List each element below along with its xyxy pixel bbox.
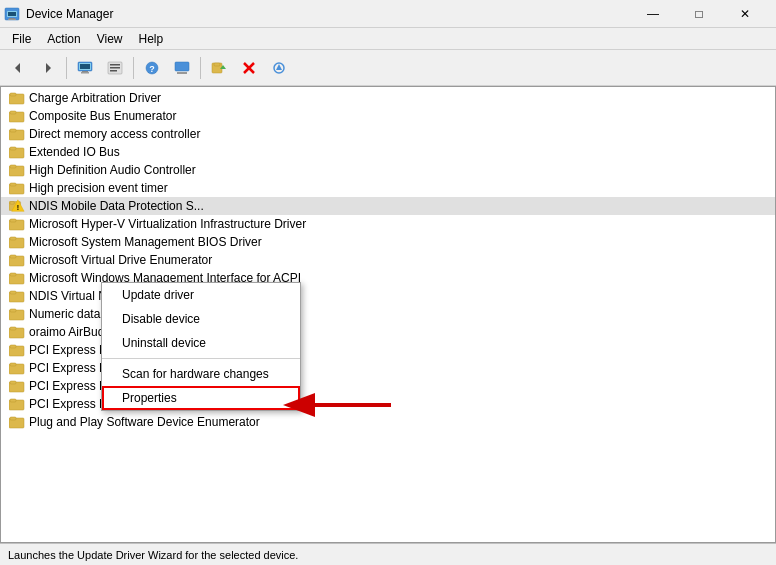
svg-rect-48 bbox=[10, 255, 16, 258]
red-arrow-indicator bbox=[281, 390, 401, 423]
context-menu-item-disable-device[interactable]: Disable device bbox=[102, 307, 300, 331]
svg-rect-40 bbox=[10, 202, 14, 205]
toolbar-update-driver[interactable] bbox=[205, 54, 233, 82]
device-folder-icon bbox=[9, 414, 25, 430]
context-menu-item-update-driver[interactable]: Update driver bbox=[102, 283, 300, 307]
device-folder-icon bbox=[9, 360, 25, 376]
svg-rect-4 bbox=[8, 19, 16, 20]
menu-view[interactable]: View bbox=[89, 30, 131, 48]
minimize-button[interactable]: — bbox=[630, 0, 676, 28]
svg-rect-66 bbox=[10, 417, 16, 420]
svg-rect-18 bbox=[175, 62, 189, 71]
device-item-composite-bus[interactable]: Composite Bus Enumerator bbox=[1, 107, 775, 125]
toolbar-scan-hardware[interactable] bbox=[265, 54, 293, 82]
device-label: Microsoft System Management BIOS Driver bbox=[29, 235, 262, 249]
device-folder-icon: ! bbox=[9, 198, 25, 214]
svg-text:!: ! bbox=[17, 204, 19, 212]
svg-marker-6 bbox=[46, 63, 51, 73]
device-folder-icon bbox=[9, 396, 25, 412]
svg-rect-14 bbox=[110, 67, 120, 69]
help-icon: ? bbox=[145, 61, 159, 75]
device-item-high-def-audio[interactable]: High Definition Audio Controller bbox=[1, 161, 775, 179]
maximize-button[interactable]: □ bbox=[676, 0, 722, 28]
svg-rect-3 bbox=[9, 18, 15, 19]
device-folder-icon bbox=[9, 126, 25, 142]
svg-marker-26 bbox=[276, 64, 282, 70]
toolbar-device-type[interactable] bbox=[168, 54, 196, 82]
close-button[interactable]: ✕ bbox=[722, 0, 768, 28]
svg-rect-10 bbox=[82, 71, 88, 72]
device-item-microsoft-sys[interactable]: Microsoft System Management BIOS Driver bbox=[1, 233, 775, 251]
device-folder-icon bbox=[9, 342, 25, 358]
svg-rect-32 bbox=[10, 129, 16, 132]
svg-rect-62 bbox=[10, 381, 16, 384]
device-label: High Definition Audio Controller bbox=[29, 163, 196, 177]
device-folder-icon bbox=[9, 324, 25, 340]
device-folder-icon bbox=[9, 306, 25, 322]
title-bar-left: Device Manager bbox=[4, 6, 113, 22]
svg-rect-36 bbox=[10, 165, 16, 168]
toolbar-help[interactable]: ? bbox=[138, 54, 166, 82]
scan-hardware-icon bbox=[272, 61, 286, 75]
context-menu: Update driverDisable deviceUninstall dev… bbox=[101, 282, 301, 411]
toolbar-computer[interactable] bbox=[71, 54, 99, 82]
update-driver-icon bbox=[211, 61, 227, 75]
svg-rect-38 bbox=[10, 183, 16, 186]
svg-rect-28 bbox=[10, 93, 16, 96]
device-item-microsoft-virtual[interactable]: Microsoft Virtual Drive Enumerator bbox=[1, 251, 775, 269]
svg-rect-15 bbox=[110, 70, 117, 72]
device-item-direct-mem[interactable]: Direct memory access controller bbox=[1, 125, 775, 143]
arrow-svg bbox=[281, 390, 401, 420]
toolbar-forward[interactable] bbox=[34, 54, 62, 82]
svg-rect-56 bbox=[10, 327, 16, 330]
title-bar-controls: — □ ✕ bbox=[630, 0, 768, 28]
svg-rect-44 bbox=[10, 219, 16, 222]
device-item-high-prec[interactable]: High precision event timer bbox=[1, 179, 775, 197]
device-item-microsoft-hyper[interactable]: Microsoft Hyper-V Virtualization Infrast… bbox=[1, 215, 775, 233]
toolbar-sep-3 bbox=[200, 57, 201, 79]
device-type-icon bbox=[174, 61, 190, 75]
menu-help[interactable]: Help bbox=[131, 30, 172, 48]
device-label: Extended IO Bus bbox=[29, 145, 120, 159]
device-folder-icon bbox=[9, 90, 25, 106]
computer-icon bbox=[77, 61, 93, 75]
device-label: Plug and Play Software Device Enumerator bbox=[29, 415, 260, 429]
device-folder-icon bbox=[9, 216, 25, 232]
status-bar: Launches the Update Driver Wizard for th… bbox=[0, 543, 776, 565]
device-folder-icon bbox=[9, 180, 25, 196]
device-item-ndis-mobile[interactable]: ! NDIS Mobile Data Protection S... bbox=[1, 197, 775, 215]
menu-file[interactable]: File bbox=[4, 30, 39, 48]
menu-action[interactable]: Action bbox=[39, 30, 88, 48]
device-folder-icon bbox=[9, 252, 25, 268]
device-label: Composite Bus Enumerator bbox=[29, 109, 176, 123]
device-item-charge-arb[interactable]: Charge Arbitration Driver bbox=[1, 89, 775, 107]
device-folder-icon bbox=[9, 234, 25, 250]
svg-rect-58 bbox=[10, 345, 16, 348]
toolbar-uninstall[interactable] bbox=[235, 54, 263, 82]
svg-rect-54 bbox=[10, 309, 16, 312]
svg-rect-19 bbox=[177, 72, 187, 74]
svg-text:?: ? bbox=[149, 64, 155, 74]
app-icon bbox=[4, 6, 20, 22]
device-label: NDIS Mobile Data Protection S... bbox=[29, 199, 204, 213]
toolbar-back[interactable] bbox=[4, 54, 32, 82]
context-menu-item-properties[interactable]: Properties bbox=[102, 386, 300, 410]
device-folder-icon bbox=[9, 144, 25, 160]
svg-rect-2 bbox=[8, 12, 16, 16]
toolbar-sep-1 bbox=[66, 57, 67, 79]
device-label: Charge Arbitration Driver bbox=[29, 91, 161, 105]
forward-icon bbox=[41, 61, 55, 75]
svg-rect-30 bbox=[10, 111, 16, 114]
svg-rect-13 bbox=[110, 64, 120, 66]
context-menu-item-scan-hardware[interactable]: Scan for hardware changes bbox=[102, 362, 300, 386]
toolbar: ? bbox=[0, 50, 776, 86]
back-icon bbox=[11, 61, 25, 75]
uninstall-icon bbox=[242, 61, 256, 75]
svg-marker-5 bbox=[15, 63, 20, 73]
toolbar-properties[interactable] bbox=[101, 54, 129, 82]
context-menu-item-uninstall-device[interactable]: Uninstall device bbox=[102, 331, 300, 355]
device-label: Direct memory access controller bbox=[29, 127, 200, 141]
svg-rect-50 bbox=[10, 273, 16, 276]
menu-bar: File Action View Help bbox=[0, 28, 776, 50]
device-item-extended-io[interactable]: Extended IO Bus bbox=[1, 143, 775, 161]
